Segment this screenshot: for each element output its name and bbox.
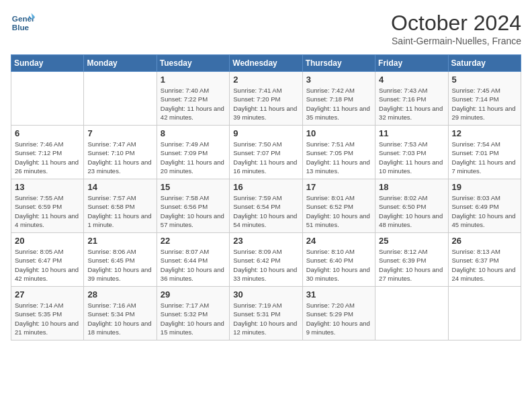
calendar-cell: 1Sunrise: 7:40 AM Sunset: 7:22 PM Daylig…: [157, 72, 229, 126]
day-info: Sunrise: 7:49 AM Sunset: 7:09 PM Dayligh…: [161, 140, 226, 175]
day-number: 24: [306, 236, 371, 246]
calendar-cell: 23Sunrise: 8:09 AM Sunset: 6:42 PM Dayli…: [230, 233, 302, 287]
calendar-week-5: 27Sunrise: 7:14 AM Sunset: 5:35 PM Dayli…: [11, 287, 521, 340]
calendar-cell: 21Sunrise: 8:06 AM Sunset: 6:45 PM Dayli…: [84, 233, 157, 287]
column-header-monday: Monday: [84, 55, 157, 72]
calendar-cell: 14Sunrise: 7:57 AM Sunset: 6:58 PM Dayli…: [84, 179, 157, 233]
calendar-cell: 6Sunrise: 7:46 AM Sunset: 7:12 PM Daylig…: [11, 126, 84, 179]
day-number: 7: [87, 128, 152, 138]
day-info: Sunrise: 7:59 AM Sunset: 6:54 PM Dayligh…: [233, 193, 298, 229]
day-info: Sunrise: 7:57 AM Sunset: 6:58 PM Dayligh…: [87, 193, 152, 229]
day-info: Sunrise: 7:41 AM Sunset: 7:20 PM Dayligh…: [233, 86, 298, 122]
calendar-week-1: 1Sunrise: 7:40 AM Sunset: 7:22 PM Daylig…: [11, 72, 521, 126]
calendar-cell: 29Sunrise: 7:17 AM Sunset: 5:32 PM Dayli…: [157, 287, 229, 340]
day-number: 18: [379, 182, 444, 192]
day-info: Sunrise: 8:05 AM Sunset: 6:47 PM Dayligh…: [15, 247, 80, 283]
calendar-cell: 27Sunrise: 7:14 AM Sunset: 5:35 PM Dayli…: [11, 287, 84, 340]
day-number: 14: [87, 182, 152, 192]
day-info: Sunrise: 7:47 AM Sunset: 7:10 PM Dayligh…: [87, 140, 152, 175]
column-header-tuesday: Tuesday: [157, 55, 229, 72]
day-number: 6: [15, 128, 80, 138]
calendar-cell: [448, 287, 521, 340]
calendar-cell: 11Sunrise: 7:53 AM Sunset: 7:03 PM Dayli…: [375, 126, 448, 179]
column-header-wednesday: Wednesday: [230, 55, 302, 72]
day-info: Sunrise: 7:58 AM Sunset: 6:56 PM Dayligh…: [161, 193, 226, 229]
day-number: 11: [379, 128, 444, 138]
day-info: Sunrise: 8:09 AM Sunset: 6:42 PM Dayligh…: [233, 247, 298, 283]
calendar-cell: 30Sunrise: 7:19 AM Sunset: 5:31 PM Dayli…: [230, 287, 302, 340]
calendar-cell: 28Sunrise: 7:16 AM Sunset: 5:34 PM Dayli…: [84, 287, 157, 340]
day-number: 23: [233, 236, 298, 246]
day-info: Sunrise: 7:51 AM Sunset: 7:05 PM Dayligh…: [306, 140, 371, 175]
calendar-cell: 20Sunrise: 8:05 AM Sunset: 6:47 PM Dayli…: [11, 233, 84, 287]
day-number: 25: [379, 236, 444, 246]
day-info: Sunrise: 7:55 AM Sunset: 6:59 PM Dayligh…: [15, 193, 80, 229]
day-number: 17: [306, 182, 371, 192]
day-number: 13: [15, 182, 80, 192]
calendar-cell: 19Sunrise: 8:03 AM Sunset: 6:49 PM Dayli…: [448, 179, 521, 233]
day-number: 5: [452, 75, 517, 85]
calendar-cell: 5Sunrise: 7:45 AM Sunset: 7:14 PM Daylig…: [448, 72, 521, 126]
day-info: Sunrise: 7:54 AM Sunset: 7:01 PM Dayligh…: [452, 140, 517, 175]
day-info: Sunrise: 7:16 AM Sunset: 5:34 PM Dayligh…: [87, 301, 152, 336]
month-title: October 2024: [391, 11, 521, 36]
day-number: 2: [233, 75, 298, 85]
calendar-cell: 15Sunrise: 7:58 AM Sunset: 6:56 PM Dayli…: [157, 179, 229, 233]
calendar-cell: 24Sunrise: 8:10 AM Sunset: 6:40 PM Dayli…: [302, 233, 375, 287]
day-info: Sunrise: 8:07 AM Sunset: 6:44 PM Dayligh…: [161, 247, 226, 283]
day-info: Sunrise: 8:02 AM Sunset: 6:50 PM Dayligh…: [379, 193, 444, 229]
logo-icon: General Blue: [11, 11, 35, 35]
day-number: 12: [452, 128, 517, 138]
day-number: 22: [161, 236, 226, 246]
day-info: Sunrise: 7:14 AM Sunset: 5:35 PM Dayligh…: [15, 301, 80, 336]
day-number: 15: [161, 182, 226, 192]
calendar-cell: 13Sunrise: 7:55 AM Sunset: 6:59 PM Dayli…: [11, 179, 84, 233]
calendar-cell: [84, 72, 157, 126]
column-header-sunday: Sunday: [11, 55, 84, 72]
calendar-cell: 10Sunrise: 7:51 AM Sunset: 7:05 PM Dayli…: [302, 126, 375, 179]
day-info: Sunrise: 8:03 AM Sunset: 6:49 PM Dayligh…: [452, 193, 517, 229]
calendar-cell: 25Sunrise: 8:12 AM Sunset: 6:39 PM Dayli…: [375, 233, 448, 287]
calendar-cell: 8Sunrise: 7:49 AM Sunset: 7:09 PM Daylig…: [157, 126, 229, 179]
calendar-cell: 31Sunrise: 7:20 AM Sunset: 5:29 PM Dayli…: [302, 287, 375, 340]
day-number: 28: [87, 289, 152, 300]
day-number: 10: [306, 128, 371, 138]
calendar-cell: 16Sunrise: 7:59 AM Sunset: 6:54 PM Dayli…: [230, 179, 302, 233]
calendar-cell: 18Sunrise: 8:02 AM Sunset: 6:50 PM Dayli…: [375, 179, 448, 233]
day-number: 1: [161, 75, 226, 85]
day-info: Sunrise: 8:01 AM Sunset: 6:52 PM Dayligh…: [306, 193, 371, 229]
day-number: 27: [15, 289, 80, 300]
calendar-cell: 2Sunrise: 7:41 AM Sunset: 7:20 PM Daylig…: [230, 72, 302, 126]
day-info: Sunrise: 8:12 AM Sunset: 6:39 PM Dayligh…: [379, 247, 444, 283]
location-subtitle: Saint-Germain-Nuelles, France: [391, 36, 521, 46]
day-info: Sunrise: 7:17 AM Sunset: 5:32 PM Dayligh…: [161, 301, 226, 336]
calendar-cell: [375, 287, 448, 340]
page-header: General Blue October 2024 Saint-Germain-…: [11, 11, 521, 46]
day-info: Sunrise: 7:43 AM Sunset: 7:16 PM Dayligh…: [379, 86, 444, 122]
day-number: 3: [306, 75, 371, 85]
day-number: 31: [306, 289, 371, 300]
calendar-cell: 26Sunrise: 8:13 AM Sunset: 6:37 PM Dayli…: [448, 233, 521, 287]
title-block: October 2024 Saint-Germain-Nuelles, Fran…: [391, 11, 521, 46]
day-number: 20: [15, 236, 80, 246]
day-info: Sunrise: 7:50 AM Sunset: 7:07 PM Dayligh…: [233, 140, 298, 175]
calendar-cell: 4Sunrise: 7:43 AM Sunset: 7:16 PM Daylig…: [375, 72, 448, 126]
day-number: 30: [233, 289, 298, 300]
day-number: 4: [379, 75, 444, 85]
day-number: 21: [87, 236, 152, 246]
day-info: Sunrise: 7:19 AM Sunset: 5:31 PM Dayligh…: [233, 301, 298, 336]
day-number: 8: [161, 128, 226, 138]
calendar-week-4: 20Sunrise: 8:05 AM Sunset: 6:47 PM Dayli…: [11, 233, 521, 287]
day-number: 16: [233, 182, 298, 192]
calendar-table: SundayMondayTuesdayWednesdayThursdayFrid…: [11, 54, 521, 340]
day-info: Sunrise: 8:10 AM Sunset: 6:40 PM Dayligh…: [306, 247, 371, 283]
calendar-cell: 17Sunrise: 8:01 AM Sunset: 6:52 PM Dayli…: [302, 179, 375, 233]
column-header-saturday: Saturday: [448, 55, 521, 72]
svg-text:Blue: Blue: [12, 23, 30, 32]
day-number: 26: [452, 236, 517, 246]
day-info: Sunrise: 7:42 AM Sunset: 7:18 PM Dayligh…: [306, 86, 371, 122]
calendar-cell: 7Sunrise: 7:47 AM Sunset: 7:10 PM Daylig…: [84, 126, 157, 179]
logo: General Blue: [11, 11, 35, 35]
calendar-week-2: 6Sunrise: 7:46 AM Sunset: 7:12 PM Daylig…: [11, 126, 521, 179]
day-info: Sunrise: 8:06 AM Sunset: 6:45 PM Dayligh…: [87, 247, 152, 283]
